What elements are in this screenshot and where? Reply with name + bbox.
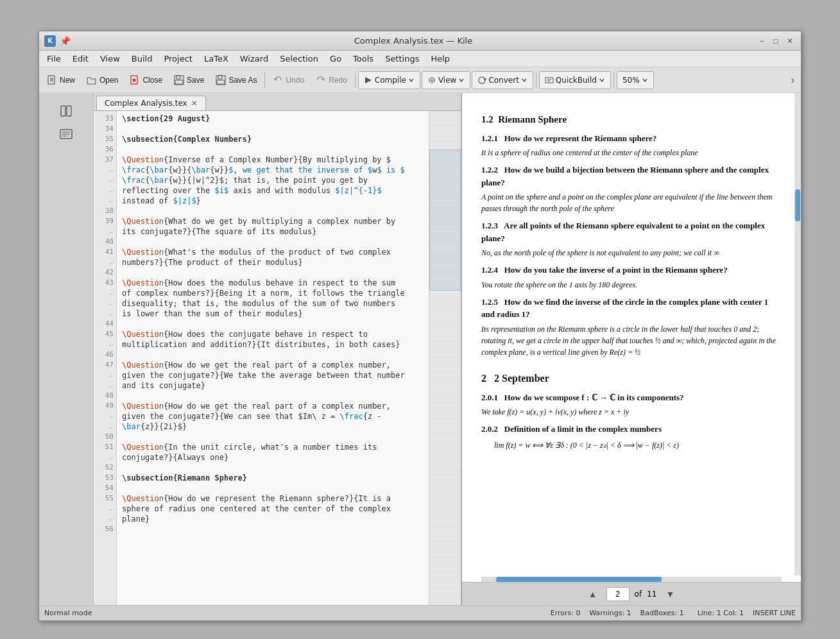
line-number-cell: 34 — [94, 124, 116, 134]
editor-tab[interactable]: Complex Analysis.tex ✕ — [96, 96, 206, 110]
menu-go[interactable]: Go — [325, 52, 347, 65]
preview-section: 1.2.1 How do we represent the Riemann sp… — [481, 132, 782, 145]
new-button[interactable]: New — [42, 71, 80, 90]
menu-settings[interactable]: Settings — [380, 52, 424, 65]
toolbar-more-button[interactable]: › — [787, 72, 798, 89]
code-line: given the conjugate?}{We can see that $I… — [122, 411, 424, 422]
code-line — [122, 524, 424, 534]
code-line: plane} — [122, 514, 424, 524]
tab-close-icon[interactable]: ✕ — [191, 99, 198, 108]
menu-project[interactable]: Project — [159, 52, 197, 65]
save-button[interactable]: Save — [169, 71, 209, 90]
preview-inner: 1.2 Riemann Sphere1.2.1 How do we repres… — [462, 93, 801, 575]
save-as-button[interactable]: Save As — [210, 71, 262, 90]
line-number-cell: ↵ — [94, 185, 116, 196]
code-line: \section{29 August} — [122, 114, 424, 124]
svg-rect-19 — [61, 106, 65, 116]
quickbuild-icon — [545, 76, 554, 85]
sidebar-icon-2[interactable] — [56, 124, 76, 144]
code-line: disequality; that is, the modulus of the… — [122, 298, 424, 309]
menu-view[interactable]: View — [95, 52, 125, 65]
undo-icon — [273, 75, 283, 85]
preview-scrollbar-thumb[interactable] — [795, 189, 800, 221]
code-line: \subsection{Complex Numbers} — [122, 134, 424, 144]
line-number-cell: 33 — [94, 114, 116, 124]
minimap-viewport[interactable] — [429, 149, 461, 291]
code-line: instead of $|z|$} — [122, 196, 424, 206]
code-line — [122, 319, 424, 329]
menu-build[interactable]: Build — [126, 52, 158, 65]
view-dropdown[interactable]: View — [422, 71, 470, 89]
menu-latex[interactable]: LaTeX — [199, 52, 234, 65]
line-number-cell: 45 — [94, 329, 116, 339]
page-input[interactable] — [606, 587, 630, 601]
code-line: \Question{Inverse of a Complex Number}{B… — [122, 155, 424, 165]
close-file-icon — [130, 75, 140, 85]
svg-rect-11 — [218, 76, 222, 79]
line-number-cell: ↵ — [94, 298, 116, 309]
page-next-button[interactable]: ▼ — [662, 587, 678, 601]
toolbar-sep-2 — [355, 72, 356, 88]
code-line: \Question{What's the modulus of the prod… — [122, 247, 424, 257]
sidebar-icon-1[interactable] — [56, 101, 76, 121]
line-number-cell: 46 — [94, 350, 116, 360]
status-bar: Normal mode Errors: 0 Warnings: 1 BadBox… — [39, 605, 801, 620]
menu-wizard[interactable]: Wizard — [235, 52, 273, 65]
preview-hscrollbar[interactable] — [481, 577, 782, 582]
svg-rect-20 — [67, 106, 71, 116]
redo-button[interactable]: Redo — [311, 71, 352, 90]
code-area[interactable]: 3334353637↵↵↵↵3839↵4041↵4243↵↵↵4445↵4647… — [94, 111, 461, 605]
undo-button[interactable]: Undo — [268, 71, 309, 90]
preview-content: 1.2 Riemann Sphere1.2.1 How do we repres… — [462, 93, 801, 468]
zoom-dropdown[interactable]: 50% — [617, 71, 654, 89]
open-button[interactable]: Open — [81, 71, 123, 90]
menu-edit[interactable]: Edit — [67, 52, 94, 65]
page-prev-button[interactable]: ▲ — [585, 587, 601, 601]
line-number-cell: ↵ — [94, 165, 116, 175]
menu-help[interactable]: Help — [425, 52, 455, 65]
line-number-cell: 47 — [94, 360, 116, 370]
code-line: \subsection{Riemann Sphere} — [122, 473, 424, 483]
window-controls: − □ ✕ — [756, 35, 796, 47]
status-badboxes: BadBoxes: 1 — [640, 609, 684, 617]
preview-section: 2.0.1 How do we scompose f : ℂ → ℂ in it… — [481, 391, 782, 404]
code-line: \frac{\bar{w}}{\bar{w}}$, we get that th… — [122, 165, 424, 175]
preview-section: 1.2 Riemann Sphere — [481, 112, 782, 127]
editor-panel: Complex Analysis.tex ✕ 3334353637↵↵↵↵383… — [94, 93, 461, 605]
preview-section: 1.2.2 How do we build a bijection betwee… — [481, 164, 782, 189]
code-line: \Question{How does the conjugate behave … — [122, 329, 424, 339]
preview-section: lim f(z) = w ⟺ ∀ε ∃δ : (0 < |z − z₀| < δ… — [494, 439, 782, 451]
code-line: multiplication and addition?}{It distrib… — [122, 339, 424, 350]
menu-selection[interactable]: Selection — [275, 52, 323, 65]
minimize-button[interactable]: − — [756, 35, 767, 47]
code-line — [122, 206, 424, 216]
code-line: sphere of radius one centered at the cen… — [122, 504, 424, 514]
preview-hscrollbar-thumb[interactable] — [496, 577, 661, 582]
maximize-button[interactable]: □ — [770, 35, 782, 47]
preview-section: 1.2.3 Are all points of the Riemann sphe… — [481, 219, 782, 244]
compile-icon — [364, 76, 373, 85]
code-line: \Question{How do we get the real part of… — [122, 401, 424, 411]
line-number-cell: ↵ — [94, 380, 116, 391]
menubar: File Edit View Build Project LaTeX Wizar… — [39, 51, 801, 67]
convert-dropdown[interactable]: Convert — [472, 71, 533, 89]
code-line — [122, 350, 424, 360]
code-line: \Question{How do we get the real part of… — [122, 360, 424, 370]
code-line: numbers?}{The product of their modulus} — [122, 257, 424, 268]
menu-tools[interactable]: Tools — [348, 52, 379, 65]
preview-scrollbar[interactable] — [794, 93, 801, 575]
minimap — [429, 111, 461, 605]
close-button[interactable]: ✕ — [784, 35, 796, 47]
menu-file[interactable]: File — [42, 52, 66, 65]
preview-section: 1.2.4 How do you take the inverse of a p… — [481, 264, 782, 277]
open-icon — [87, 75, 97, 85]
line-number-cell: 40 — [94, 237, 116, 247]
line-number-cell: 41 — [94, 247, 116, 257]
pin-icon[interactable]: 📌 — [60, 36, 71, 46]
line-number-cell: 52 — [94, 463, 116, 473]
quickbuild-dropdown[interactable]: QuickBuild — [539, 71, 611, 89]
close-file-button[interactable]: Close — [124, 71, 167, 90]
code-content[interactable]: \section{29 August} \subsection{Complex … — [117, 111, 429, 605]
line-number-cell: 53 — [94, 473, 116, 483]
compile-dropdown[interactable]: Compile — [358, 71, 420, 89]
